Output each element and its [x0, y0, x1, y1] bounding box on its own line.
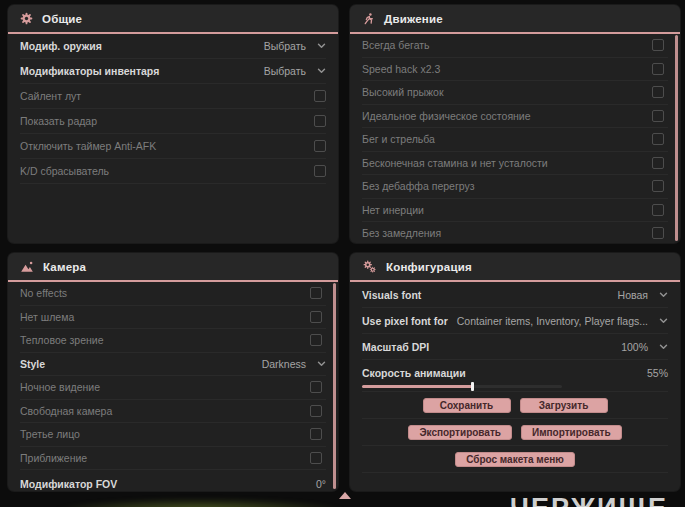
panel-config-rows: Visuals fontНоваяUse pixel font forConta…: [350, 282, 680, 392]
checkbox[interactable]: [652, 157, 664, 169]
setting-label: K/D сбрасыватель: [20, 165, 109, 177]
setting-row[interactable]: Тепловое зрение: [20, 329, 326, 353]
checkbox[interactable]: [310, 287, 322, 299]
dropdown[interactable]: Выбрать: [264, 65, 326, 77]
gear-icon: [20, 12, 33, 25]
setting-row-top: Идеальное физическое состояние: [362, 105, 668, 128]
setting-label: Style: [20, 358, 45, 370]
dropdown-value: Darkness: [262, 358, 306, 370]
setting-row: Visuals fontНовая: [362, 282, 668, 308]
dropdown[interactable]: Container items, Inventory, Player flags…: [457, 315, 668, 327]
panel-general: Общие Модиф. оружияВыбратьМодификаторы и…: [8, 5, 338, 243]
panel-title: Движение: [384, 13, 443, 25]
image-icon: [20, 260, 34, 273]
checkbox[interactable]: [652, 180, 664, 192]
dropdown[interactable]: Выбрать: [264, 40, 326, 52]
dropdown-value: Выбрать: [264, 40, 306, 52]
setting-row[interactable]: Приближение: [20, 447, 326, 471]
slider-fill: [362, 385, 472, 388]
checkbox[interactable]: [310, 428, 322, 440]
setting-label: Модификатор FOV: [20, 478, 117, 490]
setting-row[interactable]: Всегда бегать: [362, 34, 668, 58]
panel-camera-rows: No effectsНет шлемаТепловое зрениеStyleD…: [8, 282, 338, 491]
setting-row[interactable]: Отключить таймер Anti-AFK: [20, 134, 326, 159]
setting-row[interactable]: Ночное видение: [20, 376, 326, 400]
background-glow: [55, 498, 345, 507]
setting-label: Сайлент лут: [20, 90, 81, 102]
setting-row[interactable]: Идеальное физическое состояние: [362, 105, 668, 129]
setting-row-top: Ночное видение: [20, 376, 326, 399]
setting-row-top: Visuals fontНовая: [362, 282, 668, 307]
dropdown[interactable]: Darkness: [262, 358, 326, 370]
setting-row-top: Модификатор FOV0°: [20, 470, 326, 491]
panel-title: Конфигурация: [386, 261, 472, 273]
setting-row[interactable]: Без дебаффа перегруз: [362, 175, 668, 199]
checkbox[interactable]: [314, 140, 326, 152]
chevron-down-icon: [659, 318, 668, 324]
setting-row[interactable]: Нет инерции: [362, 199, 668, 223]
chevron-down-icon: [659, 292, 668, 298]
panel-movement-header: Движение: [350, 5, 680, 34]
setting-row[interactable]: K/D сбрасыватель: [20, 159, 326, 184]
load-button[interactable]: Загрузить: [520, 398, 608, 413]
panel-movement-rows: Всегда бегатьSpeed hack x2.3Высокий прыж…: [350, 34, 680, 243]
setting-row-top: Бесконечная стамина и нет усталости: [362, 152, 668, 175]
checkbox[interactable]: [310, 381, 322, 393]
scrollbar[interactable]: [333, 283, 336, 489]
button-row: СохранитьЗагрузить: [362, 392, 668, 419]
scrollbar[interactable]: [675, 35, 678, 241]
setting-row[interactable]: No effects: [20, 282, 326, 306]
dropdown[interactable]: 100%: [621, 341, 668, 353]
setting-row: StyleDarkness: [20, 353, 326, 377]
checkbox[interactable]: [652, 227, 664, 239]
setting-row-top: Скорость анимации55%: [362, 360, 668, 385]
checkbox[interactable]: [652, 204, 664, 216]
checkbox[interactable]: [652, 110, 664, 122]
slider-track[interactable]: [362, 385, 562, 388]
checkbox[interactable]: [310, 452, 322, 464]
dropdown[interactable]: Новая: [618, 289, 668, 301]
setting-row-top: Без дебаффа перегруз: [362, 175, 668, 198]
setting-row[interactable]: Третье лицо: [20, 423, 326, 447]
panel-movement: Движение Всегда бегатьSpeed hack x2.3Выс…: [350, 5, 680, 243]
checkbox[interactable]: [314, 165, 326, 177]
save-button[interactable]: Сохранить: [423, 398, 511, 413]
setting-row[interactable]: Сайлент лут: [20, 84, 326, 109]
panel-general-rows: Модиф. оружияВыбратьМодификаторы инвента…: [8, 34, 338, 184]
setting-row[interactable]: Без замедления: [362, 222, 668, 243]
chevron-down-icon: [317, 68, 326, 74]
button-row: ЭкспортироватьИмпортировать: [362, 419, 668, 446]
checkbox[interactable]: [314, 90, 326, 102]
panel-title: Общие: [42, 13, 82, 25]
checkbox[interactable]: [310, 311, 322, 323]
setting-row[interactable]: Свободная камера: [20, 400, 326, 424]
setting-label: Модиф. оружия: [20, 40, 102, 52]
chevron-down-icon: [317, 361, 326, 367]
reset-menu-layout-button[interactable]: Сброс макета меню: [455, 452, 575, 467]
setting-label: Скорость анимации: [362, 367, 466, 379]
checkbox[interactable]: [652, 86, 664, 98]
checkbox[interactable]: [652, 39, 664, 51]
checkbox[interactable]: [310, 334, 322, 346]
slider-handle[interactable]: [471, 382, 474, 391]
setting-row[interactable]: Бесконечная стамина и нет усталости: [362, 152, 668, 176]
setting-label: Без дебаффа перегруз: [362, 180, 475, 192]
setting-label: No effects: [20, 287, 67, 299]
setting-row[interactable]: Бег и стрельба: [362, 128, 668, 152]
checkbox[interactable]: [652, 133, 664, 145]
setting-row-top: Показать радар: [20, 109, 326, 133]
setting-row[interactable]: Показать радар: [20, 109, 326, 134]
setting-row-top: Всегда бегать: [362, 34, 668, 57]
setting-row[interactable]: Нет шлема: [20, 306, 326, 330]
checkbox[interactable]: [310, 405, 322, 417]
panel-general-header: Общие: [8, 5, 338, 34]
setting-row[interactable]: Высокий прыжок: [362, 81, 668, 105]
import-button[interactable]: Импортировать: [521, 425, 622, 440]
checkbox[interactable]: [652, 63, 664, 75]
dropdown-value: Выбрать: [264, 65, 306, 77]
checkbox[interactable]: [314, 115, 326, 127]
export-button[interactable]: Экспортировать: [408, 425, 512, 440]
setting-row[interactable]: Speed hack x2.3: [362, 58, 668, 82]
setting-row-top: Приближение: [20, 447, 326, 470]
setting-label: Ночное видение: [20, 381, 100, 393]
